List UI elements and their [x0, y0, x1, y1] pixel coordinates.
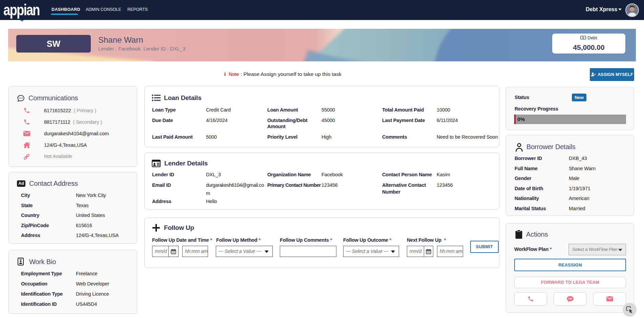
- svg-text:SMS: SMS: [568, 298, 572, 300]
